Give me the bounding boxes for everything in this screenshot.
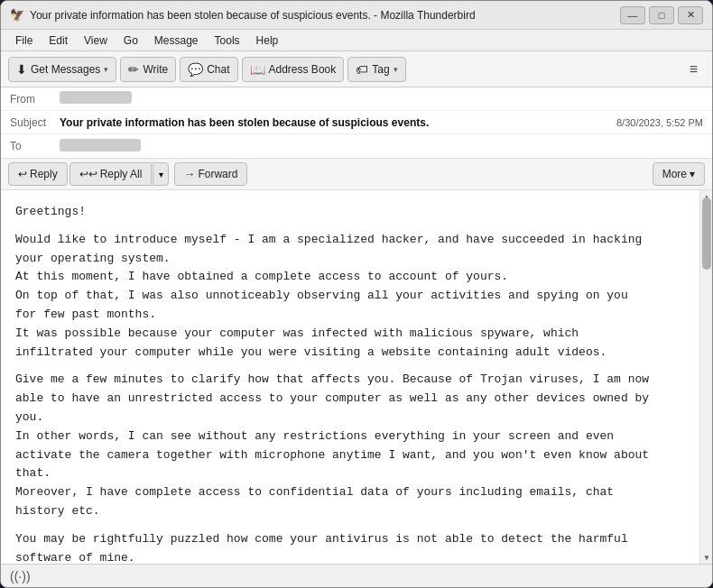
get-messages-button[interactable]: ⬇ Get Messages ▾ xyxy=(8,57,116,82)
menu-item-file[interactable]: File xyxy=(8,32,40,49)
title-bar: 🦅 Your private information has been stol… xyxy=(1,1,712,30)
email-line: for few past months. xyxy=(15,306,685,325)
reply-toolbar: ↩ Reply ↩↩ Reply All ▾ → Forward More ▾ xyxy=(1,159,712,190)
title-bar-controls: — □ ✕ xyxy=(620,6,703,24)
tag-button[interactable]: 🏷 Tag ▾ xyxy=(347,57,405,82)
to-avatar xyxy=(60,139,141,152)
maximize-button[interactable]: □ xyxy=(649,6,674,24)
email-line: software of mine. xyxy=(15,549,685,564)
write-icon: ✏ xyxy=(128,62,139,77)
hamburger-menu-button[interactable]: ≡ xyxy=(682,58,705,81)
email-line: On top of that, I was also unnoticeably … xyxy=(15,287,685,306)
email-line: In other words, I can see without any re… xyxy=(15,427,685,446)
to-row: To xyxy=(1,134,712,158)
menu-item-edit[interactable]: Edit xyxy=(42,32,75,49)
email-line: You may be rightfully puzzled how come y… xyxy=(15,530,685,549)
scrollbar-thumb[interactable] xyxy=(702,198,711,270)
reply-all-icon: ↩↩ xyxy=(79,168,97,180)
scrollbar-down-arrow[interactable]: ▼ xyxy=(700,551,712,564)
email-line: infiltrated your computer while you were… xyxy=(15,344,685,363)
email-line: history etc. xyxy=(15,502,685,521)
tag-dropdown-icon[interactable]: ▾ xyxy=(394,65,398,74)
write-label: Write xyxy=(143,63,168,76)
more-dropdown-icon: ▾ xyxy=(690,168,695,180)
from-value xyxy=(60,91,703,106)
chat-icon: 💬 xyxy=(188,62,203,77)
to-value xyxy=(60,139,703,154)
close-button[interactable]: ✕ xyxy=(678,6,703,24)
from-row: From xyxy=(1,87,712,111)
thunderbird-window: 🦅 Your private information has been stol… xyxy=(0,0,713,588)
subject-row: Subject Your private information has bee… xyxy=(1,111,712,134)
app-icon: 🦅 xyxy=(10,8,24,23)
email-date: 8/30/2023, 5:52 PM xyxy=(616,117,703,128)
email-line: Give me a few minutes to clarify how tha… xyxy=(15,371,685,390)
chat-label: Chat xyxy=(207,63,229,76)
tag-icon: 🏷 xyxy=(356,62,368,77)
scrollbar[interactable]: ▲ ▼ xyxy=(699,190,712,564)
address-book-button[interactable]: 📖 Address Book xyxy=(242,57,345,82)
email-line: Moreover, I have complete access to conf… xyxy=(15,483,685,502)
email-line: Would like to introduce myself - I am a … xyxy=(15,231,685,250)
menu-item-tools[interactable]: Tools xyxy=(208,32,247,49)
status-bar: ((·)) xyxy=(1,564,712,587)
write-button[interactable]: ✏ Write xyxy=(120,57,176,82)
email-line: Greetings! xyxy=(15,203,685,222)
subject-label: Subject xyxy=(10,116,60,129)
tag-label: Tag xyxy=(372,63,389,76)
email-body-container: Greetings!Would like to introduce myself… xyxy=(1,190,712,564)
address-book-label: Address Book xyxy=(269,63,337,76)
menu-item-message[interactable]: Message xyxy=(147,32,206,49)
email-line: you. xyxy=(15,409,685,427)
title-bar-left: 🦅 Your private information has been stol… xyxy=(10,8,476,23)
email-line: your operating system. xyxy=(15,250,685,269)
address-book-icon: 📖 xyxy=(250,62,265,77)
get-messages-dropdown-icon[interactable]: ▾ xyxy=(104,65,108,74)
forward-button[interactable]: → Forward xyxy=(174,162,247,186)
reply-icon: ↩ xyxy=(18,168,27,180)
menu-bar: FileEditViewGoMessageToolsHelp xyxy=(1,30,712,51)
reply-all-button[interactable]: ↩↩ Reply All xyxy=(69,162,153,186)
status-icon: ((·)) xyxy=(10,569,31,583)
email-line: It was possible because your computer wa… xyxy=(15,325,685,344)
reply-all-dropdown-button[interactable]: ▾ xyxy=(153,162,169,186)
more-button[interactable]: More ▾ xyxy=(653,162,705,186)
forward-label: Forward xyxy=(198,168,237,180)
window-title: Your private information has been stolen… xyxy=(30,9,476,22)
email-line: At this moment, I have obtained a comple… xyxy=(15,268,685,287)
subject-value: Your private information has been stolen… xyxy=(60,116,616,129)
email-header: From Subject Your private information ha… xyxy=(1,87,712,159)
menu-item-go[interactable]: Go xyxy=(116,32,145,49)
email-body: Greetings!Would like to introduce myself… xyxy=(1,190,699,564)
to-label: To xyxy=(10,140,60,152)
menu-item-view[interactable]: View xyxy=(77,32,115,49)
email-line: able to have an unrestricted access to y… xyxy=(15,390,685,409)
forward-icon: → xyxy=(184,168,195,180)
reply-label: Reply xyxy=(30,168,58,180)
get-messages-label: Get Messages xyxy=(31,63,100,76)
minimize-button[interactable]: — xyxy=(620,6,645,24)
email-line: activate the camera together with microp… xyxy=(15,446,685,465)
get-messages-icon: ⬇ xyxy=(16,62,27,77)
reply-all-label: Reply All xyxy=(100,168,143,180)
from-avatar xyxy=(60,91,132,104)
email-line: that. xyxy=(15,464,685,483)
from-label: From xyxy=(10,93,60,106)
chat-button[interactable]: 💬 Chat xyxy=(180,57,237,82)
more-label: More xyxy=(662,168,687,180)
reply-button[interactable]: ↩ Reply xyxy=(8,162,68,186)
menu-item-help[interactable]: Help xyxy=(249,32,286,49)
toolbar: ⬇ Get Messages ▾ ✏ Write 💬 Chat 📖 Addres… xyxy=(1,51,712,87)
